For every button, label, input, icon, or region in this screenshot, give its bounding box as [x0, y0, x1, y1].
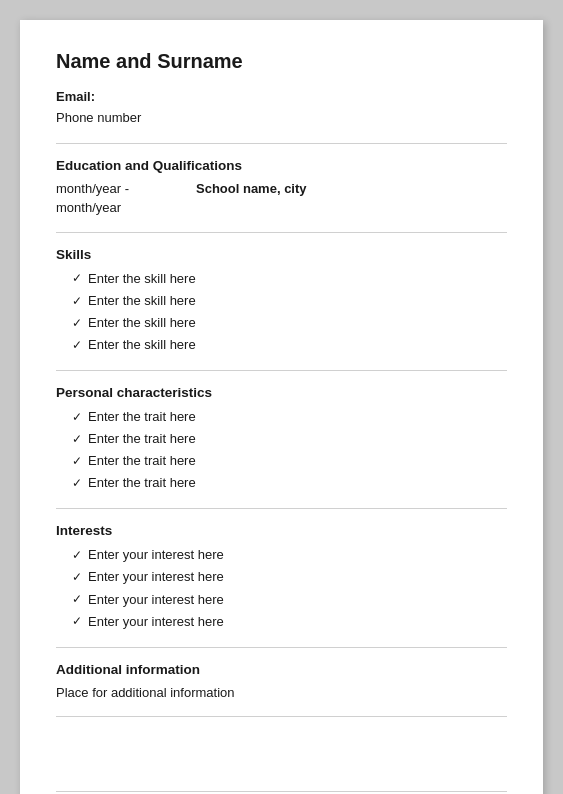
- education-title: Education and Qualifications: [56, 158, 507, 173]
- additional-title: Additional information: [56, 662, 507, 677]
- personal-section: Personal characteristics ✓Enter the trai…: [56, 385, 507, 509]
- check-icon: ✓: [72, 589, 82, 609]
- check-icon: ✓: [72, 451, 82, 471]
- email-label: Email:: [56, 89, 95, 104]
- check-icon: ✓: [72, 268, 82, 288]
- additional-section: Additional information Place for additio…: [56, 662, 507, 718]
- spacer: [56, 731, 507, 791]
- edu-date-from: month/year -: [56, 181, 129, 196]
- skills-title: Skills: [56, 247, 507, 262]
- list-item: ✓Enter the trait here: [72, 450, 507, 472]
- contact-section: Email: Phone number: [56, 87, 507, 144]
- education-section: Education and Qualifications month/year …: [56, 158, 507, 233]
- education-dates: month/year - month/year: [56, 179, 196, 218]
- list-item: ✓Enter your interest here: [72, 544, 507, 566]
- list-item: ✓Enter your interest here: [72, 566, 507, 588]
- check-icon: ✓: [72, 545, 82, 565]
- edu-date-to: month/year: [56, 200, 121, 215]
- school-name: School name, city: [196, 179, 307, 218]
- additional-text: Place for additional information: [56, 683, 507, 703]
- email-line: Email:: [56, 87, 507, 108]
- list-item: ✓Enter your interest here: [72, 611, 507, 633]
- phone-line: Phone number: [56, 108, 507, 129]
- phone-label: Phone number: [56, 110, 141, 125]
- check-icon: ✓: [72, 335, 82, 355]
- interests-list: ✓Enter your interest here ✓Enter your in…: [56, 544, 507, 632]
- list-item: ✓Enter the trait here: [72, 472, 507, 494]
- list-item: ✓Enter the trait here: [72, 428, 507, 450]
- list-item: ✓Enter the trait here: [72, 406, 507, 428]
- skills-section: Skills ✓Enter the skill here ✓Enter the …: [56, 247, 507, 371]
- check-icon: ✓: [72, 407, 82, 427]
- check-icon: ✓: [72, 429, 82, 449]
- interests-section: Interests ✓Enter your interest here ✓Ent…: [56, 523, 507, 647]
- list-item: ✓Enter your interest here: [72, 589, 507, 611]
- check-icon: ✓: [72, 567, 82, 587]
- list-item: ✓Enter the skill here: [72, 290, 507, 312]
- check-icon: ✓: [72, 291, 82, 311]
- check-icon: ✓: [72, 313, 82, 333]
- resume-page: Name and Surname Email: Phone number Edu…: [20, 20, 543, 794]
- skills-list: ✓Enter the skill here ✓Enter the skill h…: [56, 268, 507, 356]
- personal-list: ✓Enter the trait here ✓Enter the trait h…: [56, 406, 507, 494]
- education-row: month/year - month/year School name, cit…: [56, 179, 507, 218]
- interests-title: Interests: [56, 523, 507, 538]
- applicant-name: Name and Surname: [56, 50, 507, 73]
- personal-title: Personal characteristics: [56, 385, 507, 400]
- check-icon: ✓: [72, 473, 82, 493]
- list-item: ✓Enter the skill here: [72, 334, 507, 356]
- list-item: ✓Enter the skill here: [72, 312, 507, 334]
- list-item: ✓Enter the skill here: [72, 268, 507, 290]
- check-icon: ✓: [72, 611, 82, 631]
